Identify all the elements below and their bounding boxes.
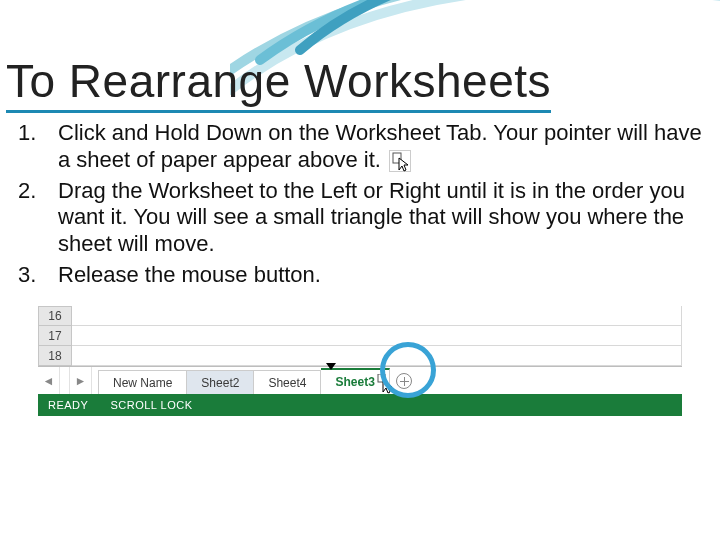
tab-scroll-left-button[interactable]: ◄ [38, 367, 60, 394]
drop-position-triangle-icon [326, 363, 336, 370]
step-3: Release the mouse button. [10, 262, 710, 289]
step-3-text: Release the mouse button. [58, 262, 321, 287]
sheet-tab-sheet2[interactable]: Sheet2 [187, 370, 254, 394]
status-bar: READY SCROLL LOCK [38, 394, 682, 416]
row-header[interactable]: 16 [38, 306, 72, 326]
step-2: Drag the Worksheet to the Left or Right … [10, 178, 710, 258]
tabs-container: New Name Sheet2 Sheet4 Sheet3 [92, 367, 390, 394]
slide-title: To Rearrange Worksheets [6, 54, 551, 113]
excel-screenshot: 16 17 18 ◄ ► New Name Sheet2 Sheet4 Shee… [38, 306, 682, 416]
sheet-tab-bar: ◄ ► New Name Sheet2 Sheet4 Sheet3 [38, 366, 682, 394]
chevron-right-icon: ► [75, 374, 87, 388]
slide-body: Click and Hold Down on the Worksheet Tab… [10, 120, 710, 293]
slide: To Rearrange Worksheets Click and Hold D… [0, 0, 720, 540]
pointer-with-sheet-icon [389, 150, 411, 172]
sheet-tab-sheet4[interactable]: Sheet4 [254, 370, 321, 394]
step-1: Click and Hold Down on the Worksheet Tab… [10, 120, 710, 174]
plus-circle-icon [396, 373, 412, 389]
grid-area: 16 17 18 [38, 306, 682, 366]
step-1-text: Click and Hold Down on the Worksheet Tab… [58, 120, 702, 172]
status-ready: READY [48, 399, 88, 411]
drag-cursor-icon [377, 374, 395, 394]
sheet-tab-new-name[interactable]: New Name [98, 370, 187, 394]
chevron-left-icon: ◄ [43, 374, 55, 388]
status-scroll-lock: SCROLL LOCK [110, 399, 192, 411]
row-headers: 16 17 18 [38, 306, 72, 366]
steps-list: Click and Hold Down on the Worksheet Tab… [10, 120, 710, 289]
tab-label: Sheet3 [335, 375, 374, 389]
tab-scroll-right-button[interactable]: ► [70, 367, 92, 394]
tab-label: Sheet4 [268, 376, 306, 390]
cells-area[interactable] [72, 306, 682, 366]
tab-scroll-separator [60, 367, 70, 394]
row-header[interactable]: 17 [38, 326, 72, 346]
sheet-tab-sheet3[interactable]: Sheet3 [321, 368, 389, 394]
tab-label: New Name [113, 376, 172, 390]
tab-label: Sheet2 [201, 376, 239, 390]
step-2-text: Drag the Worksheet to the Left or Right … [58, 178, 685, 257]
row-header[interactable]: 18 [38, 346, 72, 366]
